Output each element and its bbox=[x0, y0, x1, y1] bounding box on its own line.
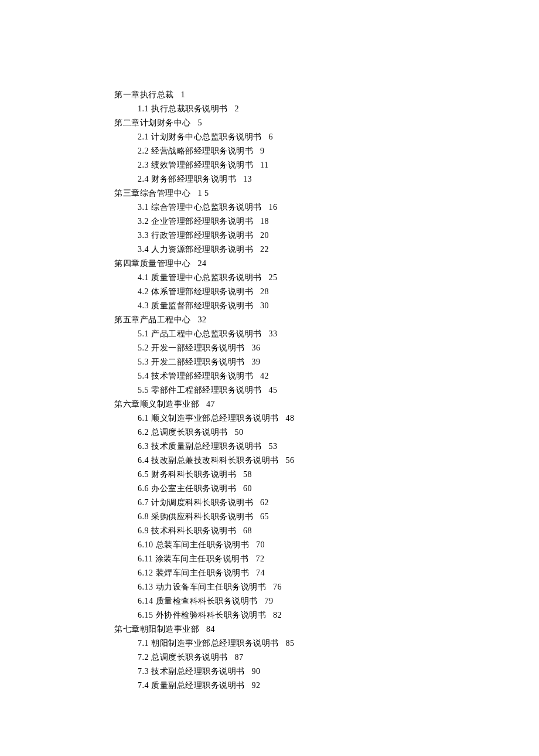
toc-section-number: 2.4 bbox=[138, 175, 149, 183]
toc-section-title: 财务部经理职务说明书 bbox=[151, 175, 236, 183]
toc-section-entry: 2.2 经营战略部经理职务说明书9 bbox=[114, 144, 539, 158]
toc-section-number: 6.7 bbox=[138, 498, 149, 507]
toc-section-number: 6.2 bbox=[138, 428, 149, 437]
toc-section-entry: 6.11 涂装车间主任职务说明书72 bbox=[114, 552, 539, 566]
toc-page-number: 32 bbox=[198, 315, 207, 324]
toc-page-number: 1 bbox=[181, 90, 186, 99]
toc-page-number: 53 bbox=[269, 442, 278, 451]
toc-section-entry: 5.3 开发二部经理职务说明书39 bbox=[114, 355, 539, 369]
toc-chapter-entry: 第三章综合管理中心1 5 bbox=[114, 186, 539, 200]
toc-page-number: 20 bbox=[260, 231, 269, 240]
toc-page-number: 48 bbox=[286, 414, 295, 423]
toc-section-title: 零部件工程部经理职务说明书 bbox=[151, 386, 262, 394]
toc-chapter-title: 第二章计划财务中心 bbox=[114, 118, 191, 127]
toc-section-title: 总调度长职务说明书 bbox=[151, 653, 228, 662]
toc-section-number: 3.1 bbox=[138, 203, 149, 212]
toc-section-title: 技术科科长职务说明书 bbox=[151, 526, 236, 535]
toc-chapter-entry: 第五章产品工程中心32 bbox=[114, 313, 539, 327]
toc-section-number: 7.3 bbox=[138, 667, 149, 676]
toc-page-number: 24 bbox=[198, 259, 207, 268]
toc-section-title: 产品工程中心总监职务说明书 bbox=[151, 329, 262, 338]
toc-chapter-title: 第一章执行总裁 bbox=[114, 90, 174, 99]
toc-section-number: 3.2 bbox=[138, 217, 149, 226]
toc-page-number: 56 bbox=[286, 456, 295, 465]
toc-section-entry: 3.4 人力资源部经理职务说明书22 bbox=[114, 243, 539, 257]
toc-section-number: 7.2 bbox=[138, 653, 149, 662]
toc-page-number: 60 bbox=[243, 484, 252, 493]
toc-section-entry: 1.1 执行总裁职务说明书2 bbox=[114, 102, 539, 116]
toc-page-number: 50 bbox=[235, 428, 244, 437]
toc-section-entry: 4.1 质量管理中心总监职务说明书25 bbox=[114, 271, 539, 285]
toc-section-title: 总装车间主任职务说明书 bbox=[156, 540, 250, 549]
toc-section-number: 5.4 bbox=[138, 372, 149, 380]
toc-page-number: 11 bbox=[260, 161, 268, 169]
toc-page-number: 5 bbox=[198, 118, 203, 127]
toc-section-number: 6.13 bbox=[138, 583, 153, 591]
toc-section-number: 2.3 bbox=[138, 161, 149, 169]
toc-section-entry: 7.3 技术副总经理职务说明书90 bbox=[114, 665, 539, 679]
toc-section-entry: 6.13 动力设备车间主任职务说明书76 bbox=[114, 580, 539, 594]
toc-chapter-entry: 第一章执行总裁1 bbox=[114, 88, 539, 102]
toc-section-title: 计划财务中心总监职务说明书 bbox=[151, 132, 262, 141]
toc-section-entry: 5.2 开发一部经理职务说明书36 bbox=[114, 341, 539, 355]
toc-section-number: 6.9 bbox=[138, 526, 149, 535]
toc-page-number: 84 bbox=[206, 625, 215, 634]
toc-page-number: 22 bbox=[260, 245, 269, 254]
toc-page-number: 2 bbox=[235, 104, 240, 113]
toc-page-number: 47 bbox=[206, 400, 215, 408]
toc-section-entry: 7.1 朝阳制造事业部总经理职务说明书85 bbox=[114, 636, 539, 651]
toc-section-entry: 3.2 企业管理部经理职务说明书18 bbox=[114, 214, 539, 229]
toc-page-number: 68 bbox=[243, 526, 252, 535]
toc-section-number: 6.11 bbox=[138, 554, 153, 563]
toc-section-title: 执行总裁职务说明书 bbox=[151, 104, 228, 113]
toc-section-entry: 2.3 绩效管理部经理职务说明书11 bbox=[114, 158, 539, 172]
toc-page-number: 13 bbox=[243, 175, 252, 183]
toc-section-number: 7.1 bbox=[138, 639, 149, 648]
toc-section-title: 装焊车间主任职务说明书 bbox=[156, 568, 250, 577]
toc-section-number: 3.4 bbox=[138, 245, 149, 254]
toc-section-entry: 2.4 财务部经理职务说明书13 bbox=[114, 172, 539, 186]
toc-section-entry: 5.4 技术管理部经理职务说明书42 bbox=[114, 369, 539, 383]
toc-chapter-title: 第七章朝阳制造事业部 bbox=[114, 625, 199, 634]
toc-page-number: 90 bbox=[252, 667, 261, 676]
toc-chapter-title: 第六章顺义制造事业部 bbox=[114, 400, 199, 408]
toc-section-entry: 3.1 综合管理中心总监职务说明书16 bbox=[114, 200, 539, 214]
toc-section-entry: 6.14 质量检查科科长职务说明书79 bbox=[114, 594, 539, 608]
toc-section-number: 6.12 bbox=[138, 568, 153, 577]
toc-section-title: 企业管理部经理职务说明书 bbox=[151, 217, 253, 226]
toc-section-entry: 5.5 零部件工程部经理职务说明书45 bbox=[114, 383, 539, 397]
toc-page-number: 76 bbox=[273, 583, 282, 591]
toc-page-number: 42 bbox=[260, 372, 269, 380]
toc-section-title: 质量管理中心总监职务说明书 bbox=[151, 273, 262, 282]
toc-section-number: 5.5 bbox=[138, 386, 149, 394]
toc-section-entry: 6.5 财务科科长职务说明书58 bbox=[114, 468, 539, 482]
toc-section-title: 计划调度科科长职务说明书 bbox=[151, 498, 253, 507]
toc-section-title: 质量监督部经理职务说明书 bbox=[151, 301, 253, 310]
toc-section-title: 外协件检验科科长职务说明书 bbox=[156, 611, 267, 619]
toc-section-title: 总调度长职务说明书 bbox=[151, 428, 228, 437]
toc-section-title: 技术质量副总经理职务说明书 bbox=[151, 442, 262, 451]
toc-section-number: 4.2 bbox=[138, 287, 149, 296]
toc-section-title: 技改副总兼技改科科长职务说明书 bbox=[151, 456, 279, 465]
toc-section-title: 行政管理部经理职务说明书 bbox=[151, 231, 253, 240]
toc-section-title: 朝阳制造事业部总经理职务说明书 bbox=[151, 639, 279, 648]
toc-section-title: 开发二部经理职务说明书 bbox=[151, 357, 245, 366]
toc-section-title: 绩效管理部经理职务说明书 bbox=[151, 161, 253, 169]
toc-page-number: 6 bbox=[269, 132, 274, 141]
toc-page-number: 72 bbox=[255, 554, 264, 563]
toc-page-number: 70 bbox=[256, 540, 265, 549]
toc-section-entry: 6.12 装焊车间主任职务说明书74 bbox=[114, 566, 539, 580]
toc-section-number: 6.1 bbox=[138, 414, 149, 423]
toc-section-title: 经营战略部经理职务说明书 bbox=[151, 147, 253, 155]
toc-section-entry: 6.15 外协件检验科科长职务说明书82 bbox=[114, 608, 539, 622]
toc-section-title: 质量检查科科长职务说明书 bbox=[156, 597, 258, 605]
toc-page-number: 1 5 bbox=[198, 189, 209, 197]
toc-section-entry: 6.6 办公室主任职务说明书60 bbox=[114, 482, 539, 496]
toc-section-entry: 4.3 质量监督部经理职务说明书30 bbox=[114, 299, 539, 313]
toc-section-number: 4.3 bbox=[138, 301, 149, 310]
toc-section-title: 技术管理部经理职务说明书 bbox=[151, 372, 253, 380]
toc-page-number: 33 bbox=[269, 329, 278, 338]
toc-chapter-entry: 第七章朝阳制造事业部84 bbox=[114, 622, 539, 636]
toc-page-number: 65 bbox=[260, 512, 269, 521]
toc-section-number: 4.1 bbox=[138, 273, 149, 282]
